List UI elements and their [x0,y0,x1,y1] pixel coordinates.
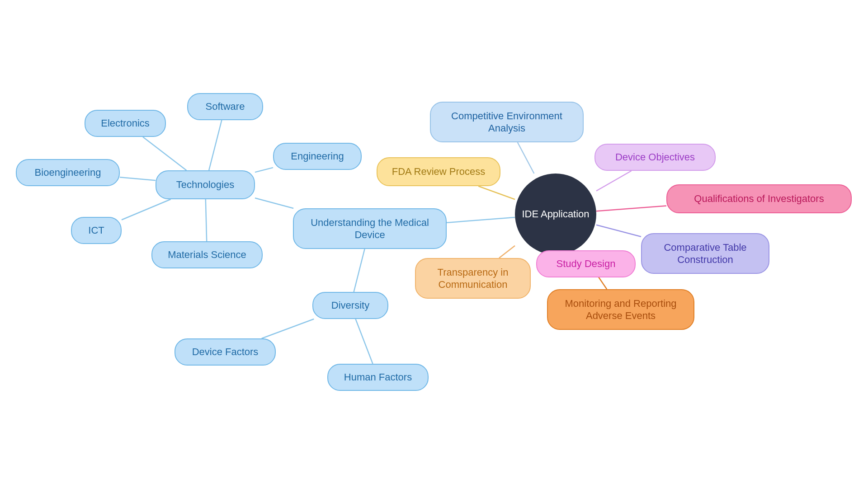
node-human-factors: Human Factors [327,364,429,391]
node-engineering: Engineering [273,143,362,170]
node-label: IDE Application [522,208,589,221]
node-label: Monitoring and Reporting Adverse Events [565,297,676,322]
node-label: Technologies [176,178,234,191]
node-fda-review-process: FDA Review Process [377,157,500,186]
mindmap-canvas: { "center": { "label": "IDE Application"… [0,0,868,488]
node-device-factors: Device Factors [175,338,276,366]
node-label: Qualifications of Investigators [694,192,824,205]
node-label: Software [206,100,245,113]
node-competitive-environment: Competitive Environment Analysis [430,102,584,142]
node-transparency-communication: Transparency in Communication [415,258,531,299]
edge [356,319,373,364]
node-label: Study Design [557,258,616,270]
node-understanding-medical-device: Understanding the Medical Device [293,208,447,249]
node-study-design: Study Design [536,250,636,277]
node-label: Transparency in Communication [438,266,509,291]
node-label: Understanding the Medical Device [311,216,429,241]
node-ide-application: IDE Application [515,174,596,255]
node-label: Electronics [101,117,150,130]
node-device-objectives: Device Objectives [594,144,716,171]
edge [447,217,515,223]
node-label: Engineering [291,150,344,163]
node-label: Device Factors [192,346,259,358]
edge [499,246,515,258]
edge [596,171,632,191]
node-label: FDA Review Process [392,165,486,178]
edge [478,186,515,199]
node-diversity: Diversity [312,292,388,319]
edge [596,225,641,237]
edge [143,137,186,170]
node-label: ICT [88,224,104,237]
node-bioengineering: Bioengineering [16,159,120,186]
node-ict: ICT [71,217,122,244]
edge [255,198,293,208]
node-label: Competitive Environment Analysis [451,110,562,135]
edge [122,199,171,220]
node-monitoring-adverse-events: Monitoring and Reporting Adverse Events [547,289,694,330]
edge [262,319,314,338]
node-qualifications-investigators: Qualifications of Investigators [666,184,852,213]
node-label: Human Factors [344,371,412,384]
edge [596,206,666,211]
edge [518,142,534,174]
edge [255,168,273,172]
node-label: Bioengineering [35,166,101,179]
edge [209,120,222,170]
edge [206,199,207,241]
edge [120,177,156,180]
node-label: Device Objectives [615,151,695,164]
node-label: Diversity [331,299,369,312]
edge [354,249,365,292]
node-electronics: Electronics [85,110,166,137]
node-materials-science: Materials Science [151,241,263,268]
node-label: Comparative Table Construction [664,241,746,266]
node-comparative-table: Comparative Table Construction [641,233,769,274]
node-software: Software [187,93,263,120]
node-technologies: Technologies [156,170,255,199]
node-label: Materials Science [168,249,246,261]
